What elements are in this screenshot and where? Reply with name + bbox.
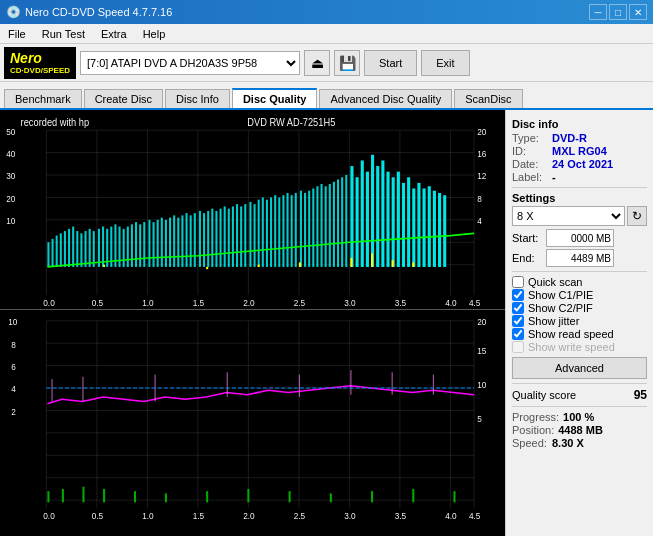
svg-rect-76	[249, 202, 251, 267]
svg-text:3.5: 3.5	[395, 511, 407, 521]
svg-rect-88	[300, 191, 302, 267]
svg-rect-120	[206, 267, 208, 269]
menu-extra[interactable]: Extra	[93, 26, 135, 42]
menu-file[interactable]: File	[0, 26, 34, 42]
advanced-button[interactable]: Advanced	[512, 357, 647, 379]
tab-disc-info[interactable]: Disc Info	[165, 89, 230, 108]
type-label: Type:	[512, 132, 548, 144]
nero-logo-text: Nero	[10, 50, 42, 66]
svg-rect-63	[194, 213, 196, 267]
speed-row: 8 X 4 X Max ↻	[512, 206, 647, 226]
show-read-speed-checkbox[interactable]	[512, 328, 524, 340]
maximize-button[interactable]: □	[609, 4, 627, 20]
tab-benchmark[interactable]: Benchmark	[4, 89, 82, 108]
svg-rect-98	[381, 160, 384, 267]
show-c1-checkbox[interactable]	[512, 289, 524, 301]
title-bar: 💿 Nero CD-DVD Speed 4.7.7.16 ─ □ ✕	[0, 0, 653, 24]
start-button[interactable]: Start	[364, 50, 417, 76]
show-c2-checkbox[interactable]	[512, 302, 524, 314]
chart-recorded-label: recorded with hp	[21, 116, 90, 127]
menu-help[interactable]: Help	[135, 26, 174, 42]
svg-rect-111	[316, 186, 318, 267]
disc-label-row: Label: -	[512, 171, 647, 183]
svg-text:5: 5	[477, 413, 482, 423]
divider-3	[512, 383, 647, 384]
progress-value: 100 %	[563, 411, 594, 423]
svg-rect-169	[227, 372, 228, 397]
svg-rect-186	[453, 491, 455, 502]
svg-rect-54	[157, 220, 159, 267]
svg-rect-87	[295, 193, 297, 267]
close-button[interactable]: ✕	[629, 4, 647, 20]
quality-score-row: Quality score 95	[512, 388, 647, 402]
divider-1	[512, 187, 647, 188]
end-mb-input[interactable]	[546, 249, 614, 267]
svg-text:3.5: 3.5	[395, 298, 407, 308]
svg-rect-75	[244, 204, 246, 267]
date-value: 24 Oct 2021	[552, 158, 613, 170]
svg-rect-177	[103, 489, 105, 502]
refresh-button[interactable]: ↻	[627, 206, 647, 226]
svg-text:10: 10	[8, 317, 17, 327]
minimize-button[interactable]: ─	[589, 4, 607, 20]
svg-rect-58	[173, 215, 175, 267]
svg-rect-96	[371, 155, 374, 267]
end-mb-label: End:	[512, 252, 544, 264]
save-button[interactable]: 💾	[334, 50, 360, 76]
tab-scan-disc[interactable]: ScanDisc	[454, 89, 522, 108]
svg-rect-60	[181, 215, 183, 267]
tab-advanced-disc-quality[interactable]: Advanced Disc Quality	[319, 89, 452, 108]
svg-text:3.0: 3.0	[344, 511, 356, 521]
svg-rect-53	[153, 222, 155, 267]
svg-rect-107	[428, 186, 431, 267]
date-label: Date:	[512, 158, 548, 170]
svg-rect-52	[148, 220, 150, 267]
show-c2-row: Show C2/PIF	[512, 302, 647, 314]
quick-scan-checkbox[interactable]	[512, 276, 524, 288]
nero-logo: Nero CD·DVD/SPEED	[4, 47, 76, 79]
show-write-speed-row: Show write speed	[512, 341, 647, 353]
svg-rect-55	[161, 218, 163, 267]
svg-rect-40	[98, 229, 100, 267]
toolbar: Nero CD·DVD/SPEED [7:0] ATAPI DVD A DH20…	[0, 44, 653, 82]
svg-text:1.5: 1.5	[193, 298, 205, 308]
menu-run-test[interactable]: Run Test	[34, 26, 93, 42]
svg-rect-73	[236, 204, 238, 267]
show-write-speed-checkbox[interactable]	[512, 341, 524, 353]
tab-disc-quality[interactable]: Disc Quality	[232, 88, 318, 108]
show-jitter-checkbox[interactable]	[512, 315, 524, 327]
svg-rect-117	[341, 177, 343, 267]
eject-button[interactable]: ⏏	[304, 50, 330, 76]
svg-rect-37	[85, 231, 87, 267]
nero-logo-sub: CD·DVD/SPEED	[10, 66, 70, 75]
disc-label-value: -	[552, 171, 556, 183]
show-jitter-label: Show jitter	[528, 315, 579, 327]
svg-rect-80	[266, 200, 268, 267]
id-value: MXL RG04	[552, 145, 607, 157]
svg-text:1.0: 1.0	[142, 511, 154, 521]
svg-text:4.0: 4.0	[445, 298, 457, 308]
svg-rect-47	[127, 227, 129, 267]
quick-scan-label: Quick scan	[528, 276, 582, 288]
date-row: Date: 24 Oct 2021	[512, 158, 647, 170]
progress-label: Progress:	[512, 411, 559, 423]
svg-rect-34	[72, 227, 74, 267]
tab-create-disc[interactable]: Create Disc	[84, 89, 163, 108]
speed-select[interactable]: 8 X 4 X Max	[512, 206, 625, 226]
svg-rect-38	[89, 229, 91, 267]
svg-rect-85	[287, 193, 289, 267]
svg-text:1.5: 1.5	[193, 511, 205, 521]
app-title: Nero CD-DVD Speed 4.7.7.16	[25, 6, 172, 18]
svg-rect-171	[350, 370, 351, 395]
svg-rect-62	[190, 215, 192, 267]
exit-button[interactable]: Exit	[421, 50, 469, 76]
svg-rect-173	[433, 375, 434, 395]
drive-select[interactable]: [7:0] ATAPI DVD A DH20A3S 9P58	[80, 51, 300, 75]
svg-rect-176	[82, 487, 84, 503]
svg-rect-93	[356, 177, 359, 267]
start-mb-label: Start:	[512, 232, 544, 244]
svg-text:15: 15	[477, 346, 486, 356]
svg-text:30: 30	[6, 171, 15, 181]
divider-4	[512, 406, 647, 407]
start-mb-input[interactable]	[546, 229, 614, 247]
